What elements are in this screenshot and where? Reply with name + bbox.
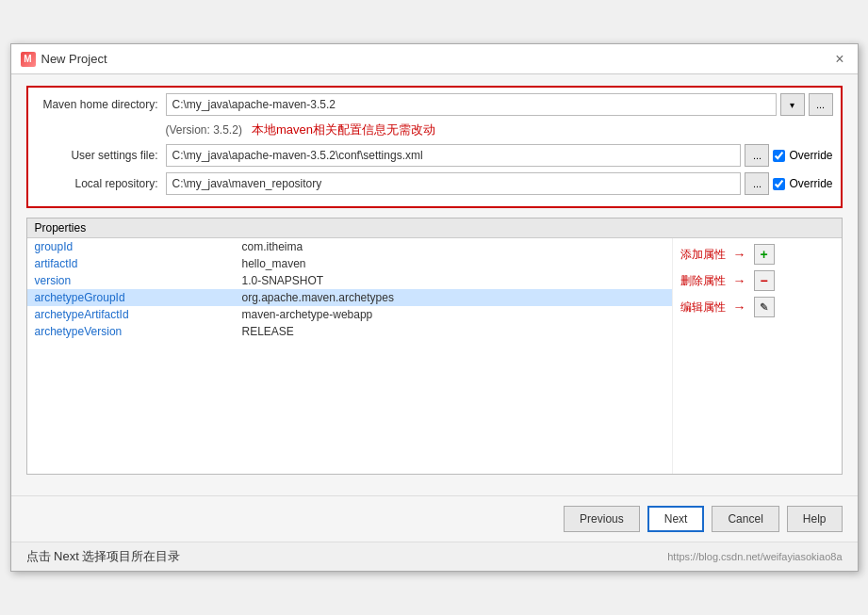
next-button[interactable]: Next xyxy=(647,506,705,532)
properties-actions: 添加属性 → + 删除属性 → − 编辑属性 → ✎ xyxy=(672,238,842,474)
table-row[interactable]: groupId com.itheima xyxy=(27,238,672,255)
title-bar-left: M New Project xyxy=(21,52,107,67)
edit-action-line: 编辑属性 → ✎ xyxy=(680,297,834,317)
edit-action-arrow: → xyxy=(733,299,746,315)
properties-list: groupId com.itheima artifactId hello_mav… xyxy=(27,238,672,474)
table-row[interactable]: archetypeVersion RELEASE xyxy=(27,323,672,340)
dialog-body: Maven home directory: ▾ ... (Version: 3.… xyxy=(11,74,858,495)
cancel-button[interactable]: Cancel xyxy=(712,506,778,532)
maven-home-browse[interactable]: ... xyxy=(809,93,833,116)
maven-home-dropdown[interactable]: ▾ xyxy=(780,93,805,116)
bottom-buttons: Previous Next Cancel Help xyxy=(11,495,858,542)
add-action-label: 添加属性 xyxy=(680,247,726,263)
add-action-arrow: → xyxy=(733,247,746,262)
user-settings-row: User settings file: ... Override xyxy=(36,144,833,167)
local-repo-override-label: Override xyxy=(789,177,832,190)
app-icon: M xyxy=(21,52,36,67)
user-settings-override-label: Override xyxy=(789,149,832,162)
table-row[interactable]: archetypeGroupId org.apache.maven.archet… xyxy=(27,289,672,306)
user-settings-override-checkbox[interactable] xyxy=(773,150,785,162)
footer-hint: 点击 Next 选择项目所在目录 xyxy=(26,548,181,565)
local-repo-override-checkbox[interactable] xyxy=(773,178,785,190)
footer-url: https://blog.csdn.net/weifayiasokiao8a xyxy=(667,551,842,562)
user-settings-label: User settings file: xyxy=(36,149,158,162)
maven-config-box: Maven home directory: ▾ ... (Version: 3.… xyxy=(26,86,843,208)
local-repo-input[interactable] xyxy=(166,172,742,195)
maven-home-input[interactable] xyxy=(166,93,777,116)
user-settings-input-group: ... Override xyxy=(166,144,833,167)
remove-action-label: 删除属性 xyxy=(680,273,726,289)
maven-home-input-group: ▾ ... xyxy=(166,93,833,116)
local-repo-row: Local repository: ... Override xyxy=(36,172,833,195)
user-settings-override[interactable]: Override xyxy=(773,149,832,162)
user-settings-input[interactable] xyxy=(166,144,742,167)
close-button[interactable]: × xyxy=(831,51,847,68)
window-title: New Project xyxy=(41,52,107,66)
table-row[interactable]: artifactId hello_maven xyxy=(27,255,672,272)
user-settings-browse[interactable]: ... xyxy=(745,144,769,167)
help-button[interactable]: Help xyxy=(787,506,843,532)
version-text: (Version: 3.5.2) xyxy=(166,123,242,137)
previous-button[interactable]: Previous xyxy=(564,506,640,532)
remove-action-line: 删除属性 → − xyxy=(680,270,834,291)
maven-annotation: 本地maven相关配置信息无需改动 xyxy=(252,121,435,138)
edit-property-button[interactable]: ✎ xyxy=(754,297,775,317)
edit-action-label: 编辑属性 xyxy=(680,299,726,316)
new-project-window: M New Project × Maven home directory: ▾ … xyxy=(10,43,859,572)
maven-home-row: Maven home directory: ▾ ... xyxy=(36,93,833,116)
add-action-line: 添加属性 → + xyxy=(680,244,834,265)
local-repo-input-group: ... Override xyxy=(166,172,833,195)
remove-action-arrow: → xyxy=(733,273,746,288)
footer-bar: 点击 Next 选择项目所在目录 https://blog.csdn.net/w… xyxy=(11,542,858,571)
remove-property-button[interactable]: − xyxy=(754,270,775,291)
local-repo-label: Local repository: xyxy=(36,177,158,190)
table-row[interactable]: version 1.0-SNAPSHOT xyxy=(27,272,672,289)
properties-table: groupId com.itheima artifactId hello_mav… xyxy=(27,238,672,340)
properties-header: Properties xyxy=(27,218,842,238)
add-property-button[interactable]: + xyxy=(754,244,775,265)
properties-content: groupId com.itheima artifactId hello_mav… xyxy=(27,238,842,474)
local-repo-override[interactable]: Override xyxy=(773,177,832,190)
properties-section: Properties groupId com.itheima artifactI… xyxy=(26,218,843,475)
version-row: (Version: 3.5.2) 本地maven相关配置信息无需改动 xyxy=(166,121,833,138)
title-bar: M New Project × xyxy=(11,44,858,74)
maven-home-label: Maven home directory: xyxy=(36,98,158,111)
table-row[interactable]: archetypeArtifactId maven-archetype-weba… xyxy=(27,306,672,323)
local-repo-browse[interactable]: ... xyxy=(745,172,769,195)
